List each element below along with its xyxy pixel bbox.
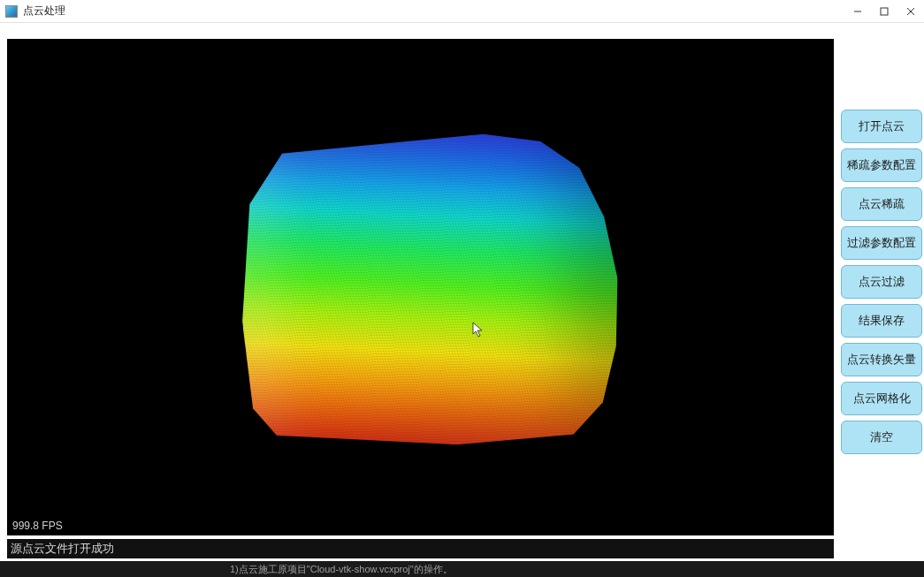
pointcloud-render	[236, 130, 627, 452]
tool-panel: 打开点云 稀疏参数配置 点云稀疏 过滤参数配置 点云过滤 结果保存 点云转换矢量…	[841, 110, 922, 454]
minimize-button[interactable]	[844, 0, 871, 23]
title-bar: 点云处理	[0, 0, 924, 23]
clear-button[interactable]: 清空	[841, 421, 922, 454]
filter-button[interactable]: 点云过滤	[841, 265, 922, 299]
save-result-button[interactable]: 结果保存	[841, 304, 922, 338]
open-pointcloud-button[interactable]: 打开点云	[841, 110, 922, 143]
close-icon	[906, 7, 915, 16]
status-message: 源点云文件打开成功	[7, 539, 834, 558]
content-area: 999.8 FPS 源点云文件打开成功 打开点云 稀疏参数配置 点云稀疏 过滤参…	[0, 23, 924, 577]
window-controls	[844, 0, 924, 23]
filter-config-button[interactable]: 过滤参数配置	[841, 226, 922, 260]
sparse-config-button[interactable]: 稀疏参数配置	[841, 148, 922, 182]
sparse-button[interactable]: 点云稀疏	[841, 187, 922, 221]
window-title: 点云处理	[23, 4, 65, 19]
pointcloud-viewport[interactable]: 999.8 FPS	[7, 39, 834, 535]
fps-readout: 999.8 FPS	[12, 520, 63, 532]
maximize-icon	[880, 7, 889, 16]
transform-button[interactable]: 点云转换矢量	[841, 343, 922, 376]
minimize-icon	[853, 7, 862, 16]
build-output-strip: 1)点云施工原项目"Cloud-vtk-show.vcxproj"的操作。	[0, 561, 924, 577]
maximize-button[interactable]	[871, 0, 897, 23]
svg-rect-1	[881, 8, 888, 15]
mesh-button[interactable]: 点云网格化	[841, 382, 922, 415]
app-icon	[5, 5, 18, 18]
close-button[interactable]	[897, 0, 924, 23]
